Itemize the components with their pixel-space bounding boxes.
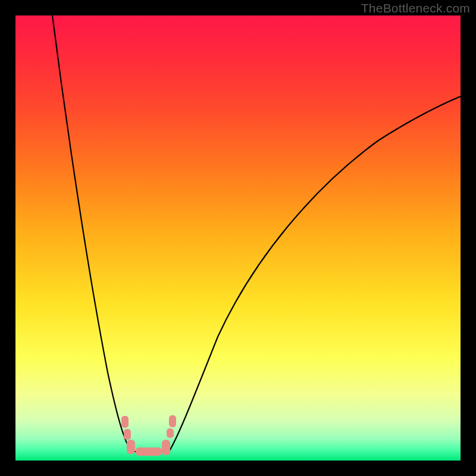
plot-area <box>15 15 461 461</box>
gradient-background <box>15 15 461 461</box>
marker-bead <box>127 440 135 454</box>
chart-svg <box>15 15 461 461</box>
marker-bead <box>162 440 170 455</box>
marker-bead <box>169 415 176 427</box>
marker-bead <box>167 428 174 438</box>
watermark-text: TheBottleneck.com <box>361 1 470 15</box>
app-root: TheBottleneck.com <box>0 0 476 476</box>
marker-bead <box>121 416 129 428</box>
marker-bead <box>124 429 131 440</box>
marker-bead <box>136 447 162 456</box>
